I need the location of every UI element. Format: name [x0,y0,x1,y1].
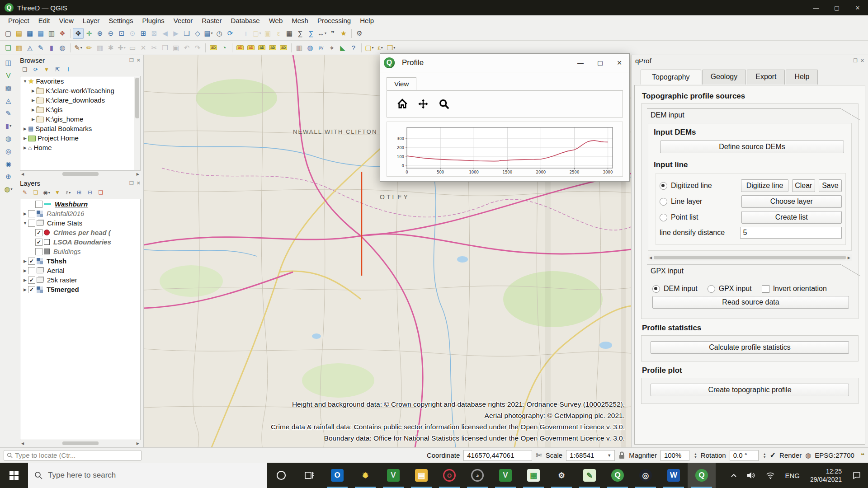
coordinate-input[interactable]: 416570,447061 [463,450,532,461]
open-data-source-manager-icon[interactable]: ◫ [3,57,14,68]
digitized-line-radio[interactable] [660,182,667,190]
pan-to-selection-icon[interactable]: ✛ [84,28,94,39]
python-console-icon[interactable]: py [316,42,326,53]
layer-expand-arrow[interactable]: ▶ [22,259,28,263]
statistical-summary-icon[interactable]: ∑ [306,28,316,39]
menu-help[interactable]: Help [355,16,378,25]
start-button[interactable] [0,463,28,488]
add-web-service-side-icon[interactable]: ◍▾ [3,183,14,194]
minimize-button[interactable]: — [806,0,826,15]
qprof-tab-export[interactable]: Export [747,70,785,84]
layer-visibility-checkbox[interactable] [28,267,35,274]
menu-settings[interactable]: Settings [104,16,137,25]
measure-icon[interactable]: ↔▾ [316,28,327,39]
menu-processing[interactable]: Processing [313,16,355,25]
layer-diagram-icon[interactable]: ◔ [219,42,230,53]
obs-taskbar-button[interactable]: ◎ [632,463,660,488]
browser-item-k-gis-home[interactable]: ▶K:\gis_home [20,114,140,124]
add-delimited-text-side-icon[interactable]: ✎ [3,108,14,118]
digitize-line-button[interactable]: Digitize line [741,179,788,192]
layer-visibility-checkbox[interactable]: ✓ [35,229,42,236]
menu-view[interactable]: View [55,16,78,25]
magnifier-spinbox[interactable]: 100% [660,450,689,461]
help-contents-icon[interactable]: ? [348,42,359,53]
browser-vertical-scrollbar[interactable] [134,77,140,170]
layer-item-crimes-per-head-[interactable]: ✓Crimes per head ( [20,228,140,237]
gray-circle-app-taskbar-button[interactable]: ◕ [463,463,491,488]
expand-all-layers-icon[interactable]: ⊞ [75,188,83,197]
layer-visibility-checkbox[interactable]: ✓ [28,277,35,284]
manage-map-themes-icon[interactable]: ◉▾ [42,188,51,197]
add-raster-layer-side-icon[interactable]: ▩ [3,82,14,93]
add-selected-layers-icon[interactable]: ❏ [21,66,29,74]
open-attribute-table-icon[interactable]: ▦ [284,28,295,39]
layer-item-aerial[interactable]: ▶Aerial [20,266,140,275]
outlook-taskbar-button[interactable]: O [323,463,351,488]
add-vector-layer-side-icon[interactable]: V [3,70,14,80]
add-arcgis-layer-side-icon[interactable]: ⊕ [3,171,14,182]
open-project-icon[interactable]: ▤ [14,28,24,39]
layer-expand-arrow[interactable]: ▶ [22,278,28,282]
add-vector-layer-icon[interactable]: ❏ [3,42,14,53]
browser-float-icon[interactable]: ❐ [129,57,134,63]
home-icon[interactable] [397,99,408,109]
browser-item-k-gis[interactable]: ▶K:\gis [20,105,140,114]
tab-view[interactable]: View [387,77,416,90]
wifi-icon[interactable] [762,463,779,488]
messages-icon[interactable]: ❝ [861,451,864,460]
rotation-spinbox[interactable]: 0.0 ° [730,450,759,461]
language-indicator[interactable]: ENG [781,463,804,488]
browser-close-icon[interactable]: ✕ [137,57,141,63]
menu-database[interactable]: Database [226,16,264,25]
layer-labeling-icon[interactable]: ab [208,42,219,53]
save-project-icon[interactable]: ▦ [24,28,35,39]
layer-item-t5hsh[interactable]: ▶✓T5hsh [20,256,140,266]
layer-item-buildings[interactable]: Buildings [20,247,140,256]
zoom-full-icon[interactable]: ⊡ [116,28,127,39]
zoom-in-icon[interactable]: ⊕ [94,28,105,39]
maximize-button[interactable]: ▢ [826,0,847,15]
text-editor-taskbar-button[interactable]: ✎ [576,463,604,488]
render-checkbox[interactable]: ✓ [770,451,776,460]
light-app-taskbar-button[interactable]: ✹ [351,463,379,488]
select-box-tools-icon[interactable]: ▢▾ [364,42,375,53]
scroll-right-arrow[interactable]: ▶ [137,172,139,176]
scroll-right-arrow[interactable]: ▶ [137,441,139,446]
current-edits-icon[interactable]: ✎▾ [73,42,84,53]
scroll-right-arrow[interactable]: ▶ [848,256,850,260]
gvim-taskbar-button[interactable]: V [491,463,519,488]
layers-float-icon[interactable]: ❐ [129,180,134,186]
task-view-button[interactable] [295,463,323,488]
expression-select-tools-icon[interactable]: ε▾ [375,42,386,53]
field-calculator-icon[interactable]: ∑ [295,28,306,39]
magnifier-spin-arrows[interactable]: ▲▼ [694,452,697,459]
layer-visibility-checkbox[interactable]: ✓ [28,286,35,293]
menu-raster[interactable]: Raster [197,16,226,25]
define-source-dems-button[interactable]: Define source DEMs [660,141,844,153]
layer-expand-arrow[interactable]: ▶ [22,268,28,273]
new-project-icon[interactable]: ▢ [3,28,14,39]
layer-expand-arrow[interactable]: ▶ [22,211,28,216]
remove-layer-icon[interactable]: ❏ [97,188,105,197]
add-mesh-layer-side-icon[interactable]: ◬ [3,95,14,106]
filter-legend-icon[interactable]: ▼ [53,188,61,197]
layer-visibility-checkbox[interactable] [35,248,42,255]
scale-combobox[interactable]: 1:68541 ▼ [566,450,615,461]
rotation-spin-arrows[interactable]: ▲▼ [763,452,766,459]
db-manager-icon[interactable]: ▥ [294,42,305,53]
qprof-tab-help[interactable]: Help [786,70,818,84]
tree-expand-arrow[interactable]: ▼ [22,79,28,84]
clock[interactable]: 12:25 29/04/2021 [806,463,846,488]
layer-expand-arrow[interactable]: ▶ [22,287,28,292]
rotate-label-icon[interactable]: ab [267,42,278,53]
browser-item-home[interactable]: ▶⌂Home [20,143,140,152]
add-spatialite-layer-icon[interactable]: ▮ [46,42,57,53]
refresh-browser-icon[interactable]: ⟳ [32,66,40,74]
tree-expand-arrow[interactable]: ▶ [22,127,28,131]
menu-edit[interactable]: Edit [34,16,55,25]
add-wcs-layer-side-icon[interactable]: ◎ [3,145,14,156]
calculate-profile-statistics-button[interactable]: Calculate profile statistics [651,341,849,354]
layer-item-rainfall2016[interactable]: ▶Rainfall2016 [20,209,140,218]
collapse-all-browser-icon[interactable]: ⇱ [53,66,61,74]
dem-input-radio[interactable] [652,285,660,293]
